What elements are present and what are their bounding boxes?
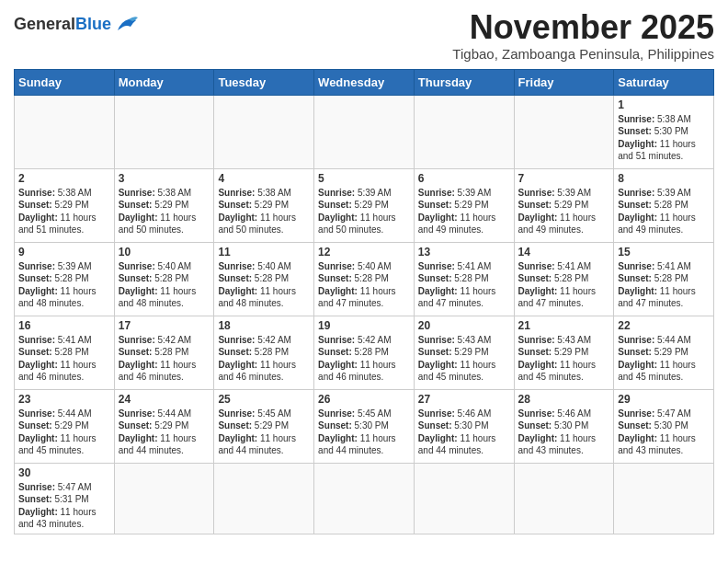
calendar-cell: 20Sunrise: 5:43 AMSunset: 5:29 PMDayligh…	[414, 316, 514, 389]
calendar-cell: 11Sunrise: 5:40 AMSunset: 5:28 PMDayligh…	[214, 242, 314, 316]
day-info: Sunrise: 5:40 AMSunset: 5:28 PMDaylight:…	[119, 260, 210, 310]
day-info: Sunrise: 5:41 AMSunset: 5:28 PMDaylight:…	[418, 260, 510, 310]
logo-blue: Blue	[75, 15, 111, 34]
day-info: Sunrise: 5:39 AMSunset: 5:29 PMDaylight:…	[518, 187, 610, 236]
day-number: 16	[18, 319, 110, 332]
day-info: Sunrise: 5:38 AMSunset: 5:30 PMDaylight:…	[618, 113, 710, 163]
day-number: 6	[418, 172, 510, 185]
location-subtitle: Tigbao, Zamboanga Peninsula, Philippines	[452, 46, 714, 62]
calendar-cell: 28Sunrise: 5:46 AMSunset: 5:30 PMDayligh…	[514, 389, 614, 463]
calendar-table: SundayMondayTuesdayWednesdayThursdayFrid…	[14, 69, 714, 534]
weekday-header-tuesday: Tuesday	[214, 69, 314, 95]
weekday-header-row: SundayMondayTuesdayWednesdayThursdayFrid…	[15, 69, 714, 95]
calendar-cell: 13Sunrise: 5:41 AMSunset: 5:28 PMDayligh…	[414, 242, 514, 316]
calendar-cell: 2Sunrise: 5:38 AMSunset: 5:29 PMDaylight…	[15, 168, 115, 242]
day-number: 9	[18, 246, 110, 259]
calendar-cell	[214, 463, 314, 534]
day-info: Sunrise: 5:38 AMSunset: 5:29 PMDaylight:…	[218, 187, 310, 236]
calendar-cell: 4Sunrise: 5:38 AMSunset: 5:29 PMDaylight…	[214, 168, 314, 242]
day-number: 27	[418, 393, 510, 406]
header: General Blue November 2025 Tigbao, Zambo…	[14, 9, 714, 62]
calendar-cell	[114, 463, 214, 534]
calendar-cell: 6Sunrise: 5:39 AMSunset: 5:29 PMDaylight…	[414, 168, 514, 242]
calendar-cell	[314, 95, 415, 168]
calendar-cell	[414, 95, 514, 168]
calendar-cell: 23Sunrise: 5:44 AMSunset: 5:29 PMDayligh…	[15, 389, 115, 463]
day-number: 14	[518, 246, 610, 259]
day-info: Sunrise: 5:47 AMSunset: 5:31 PMDaylight:…	[18, 481, 110, 531]
logo-general: General	[14, 15, 75, 34]
day-number: 8	[618, 172, 710, 185]
calendar-cell	[614, 463, 714, 534]
day-info: Sunrise: 5:39 AMSunset: 5:28 PMDaylight:…	[618, 187, 710, 236]
day-number: 26	[318, 393, 410, 406]
day-number: 11	[218, 246, 310, 259]
day-info: Sunrise: 5:40 AMSunset: 5:28 PMDaylight:…	[318, 260, 410, 310]
day-info: Sunrise: 5:40 AMSunset: 5:28 PMDaylight:…	[218, 260, 310, 310]
logo-bird-icon	[114, 14, 140, 34]
weekday-header-thursday: Thursday	[414, 69, 514, 95]
day-number: 12	[318, 246, 410, 259]
week-row-6: 30Sunrise: 5:47 AMSunset: 5:31 PMDayligh…	[15, 463, 714, 534]
day-info: Sunrise: 5:44 AMSunset: 5:29 PMDaylight:…	[618, 334, 710, 384]
day-info: Sunrise: 5:38 AMSunset: 5:29 PMDaylight:…	[18, 187, 110, 236]
calendar-cell	[114, 95, 214, 168]
day-info: Sunrise: 5:42 AMSunset: 5:28 PMDaylight:…	[318, 334, 410, 384]
week-row-3: 9Sunrise: 5:39 AMSunset: 5:28 PMDaylight…	[15, 242, 714, 316]
calendar-cell: 27Sunrise: 5:46 AMSunset: 5:30 PMDayligh…	[414, 389, 514, 463]
day-number: 23	[18, 393, 110, 406]
calendar-cell: 29Sunrise: 5:47 AMSunset: 5:30 PMDayligh…	[614, 389, 714, 463]
calendar-cell	[414, 463, 514, 534]
day-info: Sunrise: 5:46 AMSunset: 5:30 PMDaylight:…	[418, 408, 510, 457]
day-number: 13	[418, 246, 510, 259]
day-number: 21	[518, 319, 610, 332]
calendar-cell: 18Sunrise: 5:42 AMSunset: 5:28 PMDayligh…	[214, 316, 314, 389]
title-area: November 2025 Tigbao, Zamboanga Peninsul…	[452, 9, 714, 62]
day-number: 3	[119, 172, 210, 185]
calendar-cell: 15Sunrise: 5:41 AMSunset: 5:28 PMDayligh…	[614, 242, 714, 316]
day-info: Sunrise: 5:41 AMSunset: 5:28 PMDaylight:…	[18, 334, 110, 384]
day-number: 19	[318, 319, 410, 332]
day-info: Sunrise: 5:43 AMSunset: 5:29 PMDaylight:…	[518, 334, 610, 384]
month-title: November 2025	[452, 9, 714, 46]
calendar-cell: 16Sunrise: 5:41 AMSunset: 5:28 PMDayligh…	[15, 316, 115, 389]
calendar-cell: 30Sunrise: 5:47 AMSunset: 5:31 PMDayligh…	[15, 463, 115, 534]
calendar-cell	[514, 463, 614, 534]
week-row-2: 2Sunrise: 5:38 AMSunset: 5:29 PMDaylight…	[15, 168, 714, 242]
day-number: 1	[618, 98, 710, 111]
day-number: 28	[518, 393, 610, 406]
day-number: 2	[18, 172, 110, 185]
logo-area: General Blue	[14, 9, 140, 34]
day-number: 15	[618, 246, 710, 259]
calendar-cell: 5Sunrise: 5:39 AMSunset: 5:29 PMDaylight…	[314, 168, 415, 242]
day-number: 18	[218, 319, 310, 332]
day-number: 10	[119, 246, 210, 259]
logo: General Blue	[14, 14, 140, 34]
day-info: Sunrise: 5:42 AMSunset: 5:28 PMDaylight:…	[119, 334, 210, 384]
day-info: Sunrise: 5:38 AMSunset: 5:29 PMDaylight:…	[119, 187, 210, 236]
calendar-cell: 8Sunrise: 5:39 AMSunset: 5:28 PMDaylight…	[614, 168, 714, 242]
day-info: Sunrise: 5:44 AMSunset: 5:29 PMDaylight:…	[18, 408, 110, 457]
day-number: 7	[518, 172, 610, 185]
weekday-header-wednesday: Wednesday	[314, 69, 415, 95]
day-info: Sunrise: 5:45 AMSunset: 5:29 PMDaylight:…	[218, 408, 310, 457]
calendar-cell: 7Sunrise: 5:39 AMSunset: 5:29 PMDaylight…	[514, 168, 614, 242]
week-row-1: 1Sunrise: 5:38 AMSunset: 5:30 PMDaylight…	[15, 95, 714, 168]
calendar-cell: 1Sunrise: 5:38 AMSunset: 5:30 PMDaylight…	[614, 95, 714, 168]
day-number: 5	[318, 172, 410, 185]
day-info: Sunrise: 5:39 AMSunset: 5:29 PMDaylight:…	[418, 187, 510, 236]
day-number: 20	[418, 319, 510, 332]
calendar-cell: 3Sunrise: 5:38 AMSunset: 5:29 PMDaylight…	[114, 168, 214, 242]
calendar-cell: 17Sunrise: 5:42 AMSunset: 5:28 PMDayligh…	[114, 316, 214, 389]
day-info: Sunrise: 5:43 AMSunset: 5:29 PMDaylight:…	[418, 334, 510, 384]
calendar-cell: 19Sunrise: 5:42 AMSunset: 5:28 PMDayligh…	[314, 316, 415, 389]
day-number: 29	[618, 393, 710, 406]
calendar-cell	[15, 95, 115, 168]
calendar-cell: 21Sunrise: 5:43 AMSunset: 5:29 PMDayligh…	[514, 316, 614, 389]
weekday-header-saturday: Saturday	[614, 69, 714, 95]
week-row-4: 16Sunrise: 5:41 AMSunset: 5:28 PMDayligh…	[15, 316, 714, 389]
calendar-cell: 24Sunrise: 5:44 AMSunset: 5:29 PMDayligh…	[114, 389, 214, 463]
day-info: Sunrise: 5:47 AMSunset: 5:30 PMDaylight:…	[618, 408, 710, 457]
weekday-header-friday: Friday	[514, 69, 614, 95]
calendar-cell: 25Sunrise: 5:45 AMSunset: 5:29 PMDayligh…	[214, 389, 314, 463]
